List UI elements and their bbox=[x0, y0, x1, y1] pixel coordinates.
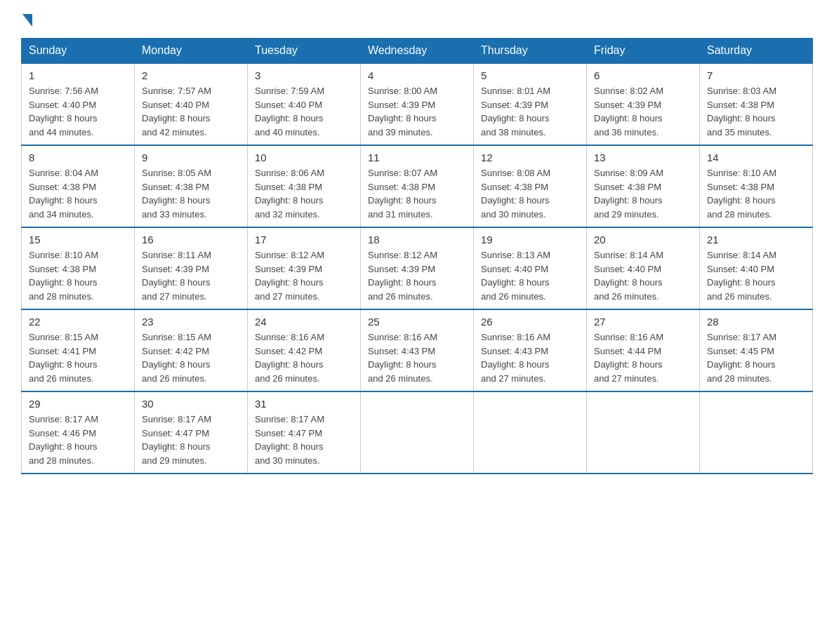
day-info: Sunrise: 8:02 AM Sunset: 4:39 PM Dayligh… bbox=[594, 84, 692, 139]
calendar-cell: 27 Sunrise: 8:16 AM Sunset: 4:44 PM Dayl… bbox=[587, 309, 700, 391]
day-number: 27 bbox=[594, 316, 692, 328]
calendar-header-row: SundayMondayTuesdayWednesdayThursdayFrid… bbox=[22, 39, 813, 64]
day-number: 22 bbox=[29, 316, 127, 328]
day-number: 29 bbox=[29, 398, 127, 410]
day-info: Sunrise: 8:16 AM Sunset: 4:43 PM Dayligh… bbox=[481, 330, 579, 385]
calendar-cell: 6 Sunrise: 8:02 AM Sunset: 4:39 PM Dayli… bbox=[587, 63, 700, 145]
calendar-cell: 3 Sunrise: 7:59 AM Sunset: 4:40 PM Dayli… bbox=[248, 63, 361, 145]
calendar-header-thursday: Thursday bbox=[474, 39, 587, 64]
day-info: Sunrise: 8:12 AM Sunset: 4:39 PM Dayligh… bbox=[368, 248, 466, 303]
calendar-cell: 19 Sunrise: 8:13 AM Sunset: 4:40 PM Dayl… bbox=[474, 227, 587, 309]
calendar-cell: 7 Sunrise: 8:03 AM Sunset: 4:38 PM Dayli… bbox=[700, 63, 813, 145]
calendar-cell: 17 Sunrise: 8:12 AM Sunset: 4:39 PM Dayl… bbox=[248, 227, 361, 309]
day-info: Sunrise: 8:17 AM Sunset: 4:45 PM Dayligh… bbox=[707, 330, 805, 385]
calendar-cell bbox=[587, 391, 700, 474]
day-number: 1 bbox=[29, 69, 127, 81]
calendar-cell bbox=[361, 391, 474, 474]
calendar-header-wednesday: Wednesday bbox=[361, 39, 474, 64]
calendar-cell: 15 Sunrise: 8:10 AM Sunset: 4:38 PM Dayl… bbox=[22, 227, 135, 309]
day-info: Sunrise: 8:03 AM Sunset: 4:38 PM Dayligh… bbox=[707, 84, 805, 139]
day-info: Sunrise: 8:13 AM Sunset: 4:40 PM Dayligh… bbox=[481, 248, 579, 303]
calendar-header-sunday: Sunday bbox=[22, 39, 135, 64]
day-info: Sunrise: 8:08 AM Sunset: 4:38 PM Dayligh… bbox=[481, 166, 579, 221]
day-info: Sunrise: 8:17 AM Sunset: 4:47 PM Dayligh… bbox=[142, 412, 240, 467]
day-info: Sunrise: 8:09 AM Sunset: 4:38 PM Dayligh… bbox=[594, 166, 692, 221]
day-number: 10 bbox=[255, 152, 353, 163]
day-number: 15 bbox=[29, 234, 127, 246]
day-info: Sunrise: 8:14 AM Sunset: 4:40 PM Dayligh… bbox=[707, 248, 805, 303]
day-number: 5 bbox=[481, 69, 579, 81]
calendar-header-tuesday: Tuesday bbox=[248, 39, 361, 64]
calendar-cell: 5 Sunrise: 8:01 AM Sunset: 4:39 PM Dayli… bbox=[474, 63, 587, 145]
calendar-table: SundayMondayTuesdayWednesdayThursdayFrid… bbox=[21, 38, 813, 474]
day-number: 16 bbox=[142, 234, 240, 246]
day-info: Sunrise: 8:14 AM Sunset: 4:40 PM Dayligh… bbox=[594, 248, 692, 303]
calendar-cell: 29 Sunrise: 8:17 AM Sunset: 4:46 PM Dayl… bbox=[22, 391, 135, 474]
calendar-cell: 8 Sunrise: 8:04 AM Sunset: 4:38 PM Dayli… bbox=[22, 145, 135, 227]
calendar-week-row: 29 Sunrise: 8:17 AM Sunset: 4:46 PM Dayl… bbox=[22, 391, 813, 474]
day-number: 3 bbox=[255, 69, 353, 81]
calendar-cell: 25 Sunrise: 8:16 AM Sunset: 4:43 PM Dayl… bbox=[361, 309, 474, 391]
calendar-cell: 30 Sunrise: 8:17 AM Sunset: 4:47 PM Dayl… bbox=[135, 391, 248, 474]
day-info: Sunrise: 8:16 AM Sunset: 4:42 PM Dayligh… bbox=[255, 330, 353, 385]
calendar-cell: 16 Sunrise: 8:11 AM Sunset: 4:39 PM Dayl… bbox=[135, 227, 248, 309]
day-number: 21 bbox=[707, 234, 805, 246]
day-info: Sunrise: 8:05 AM Sunset: 4:38 PM Dayligh… bbox=[142, 166, 240, 221]
calendar-cell: 28 Sunrise: 8:17 AM Sunset: 4:45 PM Dayl… bbox=[700, 309, 813, 391]
day-number: 24 bbox=[255, 316, 353, 328]
day-number: 25 bbox=[368, 316, 466, 328]
calendar-cell bbox=[474, 391, 587, 474]
day-number: 2 bbox=[142, 69, 240, 81]
day-info: Sunrise: 8:04 AM Sunset: 4:38 PM Dayligh… bbox=[29, 166, 127, 221]
day-number: 26 bbox=[481, 316, 579, 328]
page-header bbox=[21, 14, 813, 27]
day-info: Sunrise: 8:16 AM Sunset: 4:43 PM Dayligh… bbox=[368, 330, 466, 385]
calendar-cell: 31 Sunrise: 8:17 AM Sunset: 4:47 PM Dayl… bbox=[248, 391, 361, 474]
day-number: 31 bbox=[255, 398, 353, 410]
calendar-cell bbox=[700, 391, 813, 474]
day-number: 7 bbox=[707, 69, 805, 81]
calendar-cell: 13 Sunrise: 8:09 AM Sunset: 4:38 PM Dayl… bbox=[587, 145, 700, 227]
day-number: 13 bbox=[594, 152, 692, 163]
calendar-header-friday: Friday bbox=[587, 39, 700, 64]
calendar-cell: 1 Sunrise: 7:56 AM Sunset: 4:40 PM Dayli… bbox=[22, 63, 135, 145]
day-number: 14 bbox=[707, 152, 805, 163]
calendar-cell: 18 Sunrise: 8:12 AM Sunset: 4:39 PM Dayl… bbox=[361, 227, 474, 309]
calendar-week-row: 15 Sunrise: 8:10 AM Sunset: 4:38 PM Dayl… bbox=[22, 227, 813, 309]
calendar-cell: 12 Sunrise: 8:08 AM Sunset: 4:38 PM Dayl… bbox=[474, 145, 587, 227]
day-number: 23 bbox=[142, 316, 240, 328]
day-info: Sunrise: 8:17 AM Sunset: 4:46 PM Dayligh… bbox=[29, 412, 127, 467]
calendar-header-monday: Monday bbox=[135, 39, 248, 64]
calendar-week-row: 1 Sunrise: 7:56 AM Sunset: 4:40 PM Dayli… bbox=[22, 63, 813, 145]
calendar-cell: 9 Sunrise: 8:05 AM Sunset: 4:38 PM Dayli… bbox=[135, 145, 248, 227]
calendar-cell: 21 Sunrise: 8:14 AM Sunset: 4:40 PM Dayl… bbox=[700, 227, 813, 309]
day-info: Sunrise: 7:57 AM Sunset: 4:40 PM Dayligh… bbox=[142, 84, 240, 139]
day-number: 18 bbox=[368, 234, 466, 246]
day-info: Sunrise: 8:15 AM Sunset: 4:42 PM Dayligh… bbox=[142, 330, 240, 385]
calendar-cell: 24 Sunrise: 8:16 AM Sunset: 4:42 PM Dayl… bbox=[248, 309, 361, 391]
day-info: Sunrise: 8:12 AM Sunset: 4:39 PM Dayligh… bbox=[255, 248, 353, 303]
calendar-cell: 26 Sunrise: 8:16 AM Sunset: 4:43 PM Dayl… bbox=[474, 309, 587, 391]
calendar-cell: 14 Sunrise: 8:10 AM Sunset: 4:38 PM Dayl… bbox=[700, 145, 813, 227]
day-number: 17 bbox=[255, 234, 353, 246]
day-info: Sunrise: 8:10 AM Sunset: 4:38 PM Dayligh… bbox=[29, 248, 127, 303]
day-info: Sunrise: 8:01 AM Sunset: 4:39 PM Dayligh… bbox=[481, 84, 579, 139]
day-info: Sunrise: 8:00 AM Sunset: 4:39 PM Dayligh… bbox=[368, 84, 466, 139]
logo-arrow-icon bbox=[22, 14, 32, 27]
day-info: Sunrise: 8:06 AM Sunset: 4:38 PM Dayligh… bbox=[255, 166, 353, 221]
calendar-cell: 2 Sunrise: 7:57 AM Sunset: 4:40 PM Dayli… bbox=[135, 63, 248, 145]
calendar-cell: 20 Sunrise: 8:14 AM Sunset: 4:40 PM Dayl… bbox=[587, 227, 700, 309]
logo[interactable] bbox=[21, 14, 34, 27]
day-info: Sunrise: 7:59 AM Sunset: 4:40 PM Dayligh… bbox=[255, 84, 353, 139]
day-number: 30 bbox=[142, 398, 240, 410]
day-number: 4 bbox=[368, 69, 466, 81]
day-number: 6 bbox=[594, 69, 692, 81]
calendar-cell: 22 Sunrise: 8:15 AM Sunset: 4:41 PM Dayl… bbox=[22, 309, 135, 391]
calendar-cell: 23 Sunrise: 8:15 AM Sunset: 4:42 PM Dayl… bbox=[135, 309, 248, 391]
day-info: Sunrise: 7:56 AM Sunset: 4:40 PM Dayligh… bbox=[29, 84, 127, 139]
day-number: 9 bbox=[142, 152, 240, 163]
day-info: Sunrise: 8:10 AM Sunset: 4:38 PM Dayligh… bbox=[707, 166, 805, 221]
day-number: 8 bbox=[29, 152, 127, 163]
day-info: Sunrise: 8:17 AM Sunset: 4:47 PM Dayligh… bbox=[255, 412, 353, 467]
calendar-cell: 11 Sunrise: 8:07 AM Sunset: 4:38 PM Dayl… bbox=[361, 145, 474, 227]
